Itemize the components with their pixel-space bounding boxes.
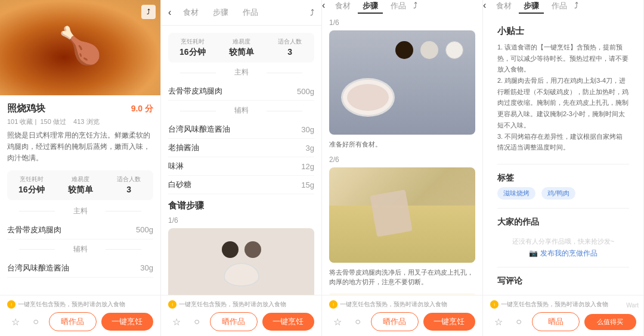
ingredient-amount: 30g [301,125,314,134]
tab-works[interactable]: 作品 [547,0,572,13]
tip-text: 一键烹饪包含预热，预热时请勿放入食物 [501,300,608,309]
ingredient-amount: 500g [136,225,153,234]
difficulty-value: 较简单 [217,47,266,58]
one-click-cook-button[interactable]: 么值得买 [584,314,636,330]
panel-overview: ⤴ 照烧鸡块 9.0 分 101 收藏 | 150 做过 413 浏览 照烧是日… [0,0,161,336]
comment-icon[interactable]: ○ [510,313,527,330]
bottom-bar: ! 一键烹饪包含预热，预热时请勿放入食物 ☆ ○ 晒作品 一键烹饪 [0,295,160,336]
back-button[interactable]: ‹ [168,7,171,18]
dish-hero-image: ⤴ [0,0,160,95]
tab-share-icon[interactable]: ⤴ [413,1,417,10]
step-counter: 1/6 [168,216,314,225]
ingredient-row: 老抽酱油 3g [168,139,314,157]
tags-container: 滋味烧烤 鸡/鸭肉 [497,187,629,200]
ingredient-amount: 15g [301,181,314,189]
ingredient-amount: 30g [140,263,153,272]
tip-icon: ! [490,300,499,309]
tag-bbq[interactable]: 滋味烧烤 [497,187,535,200]
show-works-button[interactable]: 晒品 [532,312,580,331]
tab-bar: ‹ 食材 步骤 作品 ⤴ [161,0,321,26]
time-value: 16分钟 [7,185,56,195]
ingredient-name: 味淋 [168,161,184,172]
step1-counter: 1/6 [329,18,475,27]
panel-tips: ‹ 食材 步骤 作品 ⤴ 小贴士 1. 该道食谱的【一键烹饪】含预热，提前预热，… [483,0,644,336]
time-value: 16分钟 [168,47,217,58]
difficulty-label: 难易度 [217,38,266,46]
ingredient-name: 台湾风味酿造酱油 [7,263,69,273]
panel-steps: ‹ 食材 步骤 作品 ⤴ 1/6 准备好所有食材。 2/6 将去骨 [322,0,483,336]
one-click-cook-button[interactable]: 一键烹饪 [423,313,475,331]
tab-ingredients[interactable]: 食材 [491,0,516,13]
dish-name: 照烧鸡块 [7,102,45,115]
back-button[interactable]: ‹ [483,0,486,10]
tab-works[interactable]: 作品 [386,0,411,13]
share-icon[interactable]: ⤴ [141,5,156,19]
favorite-icon[interactable]: ☆ [7,313,24,330]
ingredient-row: 台湾风味酿造酱油 30g [168,120,314,139]
dish-meta: 101 收藏 | 150 做过 413 浏览 [7,117,153,126]
tag-chicken[interactable]: 鸡/鸭肉 [541,187,575,200]
favorite-icon[interactable]: ☆ [168,313,185,330]
tips-section: 小贴士 1. 该道食谱的【一键烹饪】含预热，提前预热，可以减少等待时长。预热过程… [490,18,636,160]
tab-share-icon[interactable]: ⤴ [310,8,314,17]
tip-icon: ! [329,300,338,309]
tags-title: 标签 [497,173,629,183]
tips-content: 1. 该道食谱的【一键烹饪】含预热，提前预热，可以减少等待时长。预热过程中，请不… [497,42,629,153]
ingredient-row: 去骨带皮鸡腿肉 500g [7,221,153,239]
tab-share-icon[interactable]: ⤴ [574,1,578,10]
back-button[interactable]: ‹ [322,0,325,10]
tip-icon: ! [7,300,16,309]
comment-icon[interactable]: ○ [27,313,44,330]
comment-section: 写评论 [490,271,636,291]
step2-desc: 将去骨带皮鸡腿肉洗净后，用叉子在鸡皮上扎孔，肉厚的地方切开，注意不要切断。 [329,267,475,287]
stats-row: 烹饪耗时 16分钟 难易度 较简单 适合人数 3 [7,170,153,200]
comment-icon[interactable]: ○ [349,313,366,330]
tab-ingredients[interactable]: 食材 [178,5,203,20]
tab-ingredients[interactable]: 食材 [330,0,355,13]
main-ingredients-title: 主料 [168,67,314,77]
sub-ingredients-title: 辅料 [7,244,153,254]
servings-value: 3 [104,185,153,194]
time-label: 烹饪耗时 [168,38,217,46]
show-works-button[interactable]: 晒作品 [371,312,419,331]
recipe-steps-title: 食谱步骤 [168,200,314,211]
tip-icon: ! [168,300,177,309]
tab-works[interactable]: 作品 [238,5,263,20]
step2-counter: 2/6 [329,155,475,164]
tags-section: 标签 滋味烧烤 鸡/鸭肉 [490,168,636,204]
one-click-cook-button[interactable]: 一键烹饪 [101,313,153,331]
ingredient-row: 去骨带皮鸡腿肉 500g [168,82,314,101]
step1-image [329,30,475,135]
show-works-button[interactable]: 晒作品 [49,312,97,331]
ingredient-amount: 3g [306,144,314,153]
bottom-bar: ! 一键烹饪包含预热，预热时请勿放入食物 ☆ ○ 晒作品 一键烹饪 [161,295,321,336]
tip-text: 一键烹饪包含预热，预热时请勿放入食物 [340,300,447,309]
step-image [168,228,314,295]
time-label: 烹饪耗时 [7,175,56,183]
ingredient-name: 白砂糖 [168,179,191,190]
ingredient-amount: 12g [301,162,314,171]
ingredient-amount: 500g [297,87,314,96]
one-click-cook-button[interactable]: 一键烹饪 [262,313,314,331]
bottom-bar: ! 一键烹饪包含预热，预热时请勿放入食物 ☆ ○ 晒作品 一键烹饪 [322,295,482,336]
stats-row: 烹饪耗时 16分钟 难易度 较简单 适合人数 3 [168,33,314,63]
favorite-icon[interactable]: ☆ [490,313,507,330]
favorite-icon[interactable]: ☆ [329,313,346,330]
tab-bar: ‹ 食材 步骤 作品 ⤴ [483,0,643,11]
tab-steps[interactable]: 步骤 [208,5,233,20]
publish-works-button[interactable]: 📷 发布我的烹做作品 [497,248,629,259]
comment-icon[interactable]: ○ [188,313,205,330]
show-works-button[interactable]: 晒作品 [210,312,258,331]
works-section: 大家的作品 还没有人分享作品哦，快来抢沙发~ 📷 发布我的烹做作品 [490,212,636,263]
servings-label: 适合人数 [104,175,153,183]
ingredient-name: 老抽酱油 [168,142,199,153]
ingredient-row: 味淋 12g [168,157,314,176]
bottom-bar: ! 一键烹饪包含预热，预热时请勿放入食物 ☆ ○ 晒品 么值得买 [483,295,643,336]
servings-label: 适合人数 [265,38,314,46]
dish-score: 9.0 分 [131,104,153,114]
tip-text: 一键烹饪包含预热，预热时请勿放入食物 [179,300,286,309]
tips-title: 小贴士 [497,26,629,37]
ingredient-name: 去骨带皮鸡腿肉 [168,86,222,97]
comment-title: 写评论 [497,276,629,287]
difficulty-value: 较简单 [56,185,105,195]
